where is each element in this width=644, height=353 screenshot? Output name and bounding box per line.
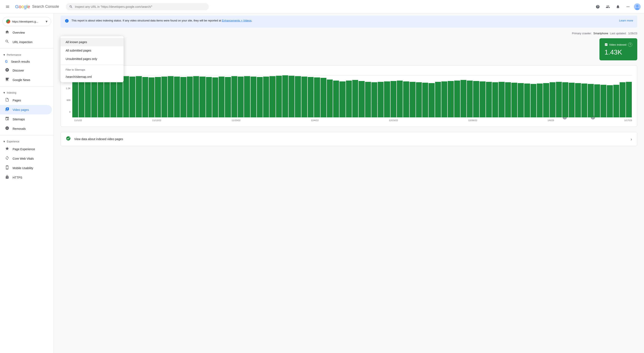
chart-bar[interactable]	[91, 76, 97, 117]
chart-bar[interactable]	[492, 82, 498, 117]
chart-bar[interactable]	[530, 84, 536, 117]
chart-bar[interactable]	[562, 82, 568, 117]
chart-bar[interactable]	[257, 77, 263, 117]
logo[interactable]: Google Search Console	[15, 4, 59, 10]
chart-bar[interactable]	[238, 77, 244, 117]
chart-bar[interactable]	[85, 77, 91, 117]
sidebar-item-core-web-vitals[interactable]: Core Web Vitals	[0, 154, 52, 163]
chart-bar[interactable]	[193, 76, 199, 117]
dropdown-unsubmitted[interactable]: Unsubmitted pages only	[60, 55, 124, 63]
chart-bar[interactable]	[308, 77, 314, 117]
chart-bar[interactable]	[384, 81, 390, 117]
chart-bar[interactable]	[130, 77, 135, 117]
chart-bar[interactable]	[320, 78, 326, 117]
chart-bar[interactable]	[123, 76, 129, 117]
sidebar-item-page-experience[interactable]: Page Experience	[0, 144, 52, 154]
sidebar-item-url-inspection[interactable]: URL inspection	[0, 37, 52, 47]
chart-bar[interactable]	[346, 81, 352, 118]
chart-bar[interactable]	[327, 80, 333, 117]
section-performance[interactable]: ▾ Performance	[0, 50, 54, 58]
chart-bar[interactable]	[340, 81, 345, 117]
chart-bar[interactable]	[110, 76, 116, 117]
stat-help-icon[interactable]: ?	[628, 43, 632, 47]
chart-bar[interactable]	[403, 81, 409, 117]
sidebar-item-removals[interactable]: Removals	[0, 124, 52, 133]
chart-bar[interactable]	[263, 77, 269, 117]
chart-bar[interactable]	[168, 76, 174, 117]
chart-bar[interactable]	[537, 84, 543, 117]
chart-bar[interactable]	[556, 82, 562, 117]
chart-bar[interactable]	[454, 81, 460, 118]
sidebar-item-search-results[interactable]: G Search results	[0, 58, 52, 66]
chart-bar[interactable]	[448, 81, 454, 117]
sidebar-item-overview[interactable]: Overview	[0, 28, 52, 37]
chart-bar[interactable]	[276, 76, 282, 117]
sidebar-item-google-news[interactable]: Google News	[0, 75, 52, 85]
chart-bar[interactable]	[78, 76, 84, 117]
chart-bar[interactable]	[594, 84, 600, 117]
chart-bar[interactable]	[397, 81, 403, 118]
chart-bar[interactable]	[524, 84, 530, 117]
chart-bar[interactable]	[626, 82, 632, 117]
chart-bar[interactable]	[225, 77, 231, 117]
chart-bar[interactable]	[282, 75, 288, 117]
chart-bar[interactable]	[250, 77, 256, 117]
chart-bar[interactable]	[314, 77, 320, 117]
chart-bar[interactable]	[518, 83, 524, 117]
chart-bar[interactable]	[460, 80, 466, 117]
chart-bar[interactable]	[244, 76, 250, 117]
chart-bar[interactable]	[607, 85, 613, 117]
apps-button[interactable]	[624, 3, 632, 11]
chart-bar[interactable]	[155, 77, 161, 117]
section-indexing[interactable]: ▾ Indexing	[0, 88, 54, 96]
chart-bar[interactable]	[428, 83, 434, 117]
chart-bar[interactable]	[333, 81, 339, 118]
view-data-row[interactable]: View data about indexed video pages ›	[60, 132, 637, 146]
sidebar-item-https[interactable]: HTTPS	[0, 173, 52, 182]
chart-bar[interactable]	[295, 76, 301, 117]
chart-bar[interactable]	[390, 81, 396, 117]
chart-bar[interactable]	[187, 77, 193, 117]
chart-bar[interactable]	[581, 84, 587, 117]
chart-bar[interactable]	[148, 77, 154, 117]
chart-bar[interactable]	[270, 76, 275, 117]
chart-bar[interactable]	[473, 81, 479, 117]
chart-bar[interactable]	[117, 77, 123, 117]
chart-bar[interactable]	[352, 80, 358, 117]
chart-bar[interactable]	[543, 83, 549, 117]
account-circle-button[interactable]	[604, 3, 612, 11]
chart-bar[interactable]	[505, 82, 511, 117]
chart-bar[interactable]	[98, 77, 104, 117]
dropdown-all-known[interactable]: All known pages	[60, 38, 124, 46]
chart-bar[interactable]	[372, 82, 377, 117]
search-input[interactable]	[75, 5, 205, 9]
chart-bar[interactable]	[442, 81, 447, 117]
learn-more-link[interactable]: Learn more	[616, 19, 633, 23]
chart-bar[interactable]	[613, 85, 619, 117]
chart-bar[interactable]	[480, 81, 486, 117]
chart-bar[interactable]	[365, 82, 371, 117]
chart-bar[interactable]	[142, 77, 148, 117]
sidebar-item-discover[interactable]: Discover	[0, 66, 52, 75]
dropdown-sitemap-item[interactable]: /search/sitemap.xml	[60, 73, 124, 81]
menu-icon[interactable]	[3, 3, 12, 11]
chart-bar[interactable]	[174, 77, 180, 117]
chart-bar[interactable]	[288, 76, 294, 117]
chart-bar[interactable]	[104, 77, 110, 117]
chart-bar[interactable]	[212, 77, 218, 117]
search-bar[interactable]	[66, 3, 209, 10]
chart-bar[interactable]	[422, 83, 428, 117]
chart-bar[interactable]	[206, 77, 212, 117]
chart-bar[interactable]	[302, 77, 307, 117]
chart-bar[interactable]	[136, 76, 142, 117]
chart-bar[interactable]	[467, 81, 473, 118]
chart-bar[interactable]	[569, 83, 575, 117]
chart-bar[interactable]	[511, 83, 517, 117]
chart-bar[interactable]	[200, 77, 205, 117]
chart-bar[interactable]	[550, 82, 556, 117]
chart-bar[interactable]	[180, 77, 186, 117]
dropdown-all-submitted[interactable]: All submitted pages	[60, 46, 124, 55]
chart-bar[interactable]	[378, 82, 384, 117]
enhancements-link[interactable]: Enhancements > Videos	[222, 19, 252, 22]
chart-bar[interactable]	[416, 82, 422, 117]
